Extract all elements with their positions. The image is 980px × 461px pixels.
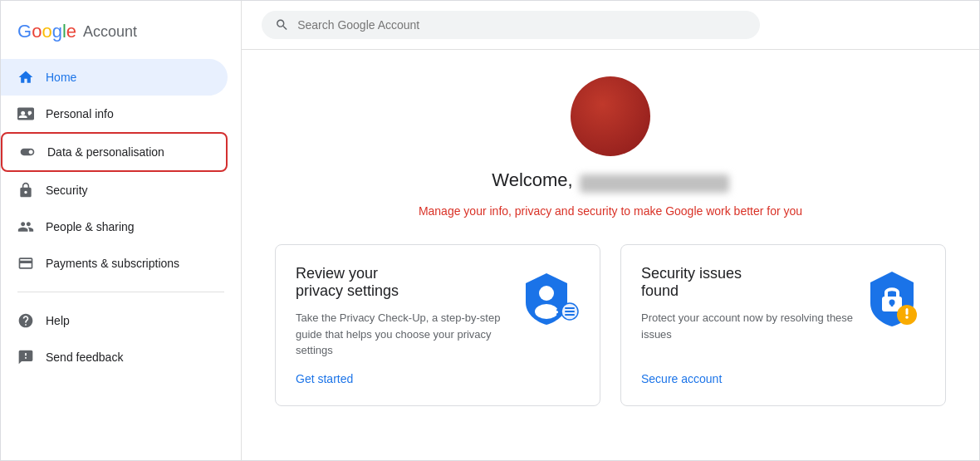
sidebar-item-personal-info[interactable]: Personal info [1,96,228,132]
sidebar-item-home-label: Home [46,71,76,84]
user-name-blurred [580,174,729,193]
svg-point-0 [539,286,554,301]
privacy-card: Review your privacy settings Take the Pr… [275,244,600,406]
sidebar-item-payments-label: Payments & subscriptions [46,257,179,270]
sidebar-item-send-feedback[interactable]: Send feedback [1,339,241,375]
privacy-card-desc: Take the Privacy Check-Up, a step-by-ste… [296,310,513,359]
cards-container: Review your privacy settings Take the Pr… [275,244,946,406]
svg-point-1 [535,304,558,319]
sidebar-item-security-label: Security [46,184,88,197]
security-card: Security issues found Protect your accou… [620,244,946,406]
privacy-card-header: Review your privacy settings Take the Pr… [296,265,580,372]
main-content: Welcome, Manage your info, privacy and s… [242,1,979,460]
header [242,1,979,50]
sidebar-item-home[interactable]: Home [1,59,228,96]
sidebar-item-security[interactable]: Security [1,172,228,208]
search-icon [275,17,289,32]
sidebar: Google Account Home Personal info [1,1,242,460]
nav-divider [17,292,224,292]
card-icon [17,255,34,272]
sidebar-item-help-label: Help [46,314,70,327]
feedback-icon [17,349,34,365]
google-logo: Google [17,21,76,42]
sidebar-item-payments[interactable]: Payments & subscriptions [1,245,228,282]
nav-items: Home Personal info Data & personalisatio… [1,59,241,447]
sidebar-item-help[interactable]: Help [1,302,241,339]
security-icon [859,265,925,331]
person-card-icon [17,105,34,122]
home-icon [17,69,34,86]
security-card-header: Security issues found Protect your accou… [641,265,925,356]
sidebar-item-personal-info-label: Personal info [46,107,114,120]
sidebar-item-data-label: Data & personalisation [47,145,164,159]
lock-icon [17,182,34,199]
toggle-icon [19,144,36,160]
search-bar[interactable] [262,11,760,39]
account-label: Account [83,23,137,41]
svg-rect-8 [565,314,575,316]
svg-rect-6 [565,307,575,309]
welcome-text: Welcome, [492,169,572,191]
sidebar-item-people-sharing[interactable]: People & sharing [1,208,228,245]
search-input[interactable] [297,18,747,32]
people-icon [17,218,34,235]
sidebar-item-feedback-label: Send feedback [46,351,123,364]
subtitle: Manage your info, privacy and security t… [419,204,802,218]
security-card-title: Security issues found [641,265,772,300]
security-card-link[interactable]: Secure account [641,372,925,385]
svg-rect-7 [565,311,575,312]
avatar [571,76,650,156]
privacy-card-link[interactable]: Get started [296,372,580,385]
svg-rect-13 [906,308,909,315]
help-icon [17,312,34,329]
privacy-icon [513,265,580,331]
content-area: Welcome, Manage your info, privacy and s… [242,50,979,460]
svg-point-14 [905,316,909,319]
logo-area: Google Account [1,14,241,59]
svg-rect-11 [891,302,894,307]
security-card-desc: Protect your account now by resolving th… [641,310,859,342]
privacy-card-title: Review your privacy settings [296,265,426,300]
sidebar-item-data-personalisation[interactable]: Data & personalisation [1,132,228,172]
sidebar-item-people-label: People & sharing [46,220,135,233]
